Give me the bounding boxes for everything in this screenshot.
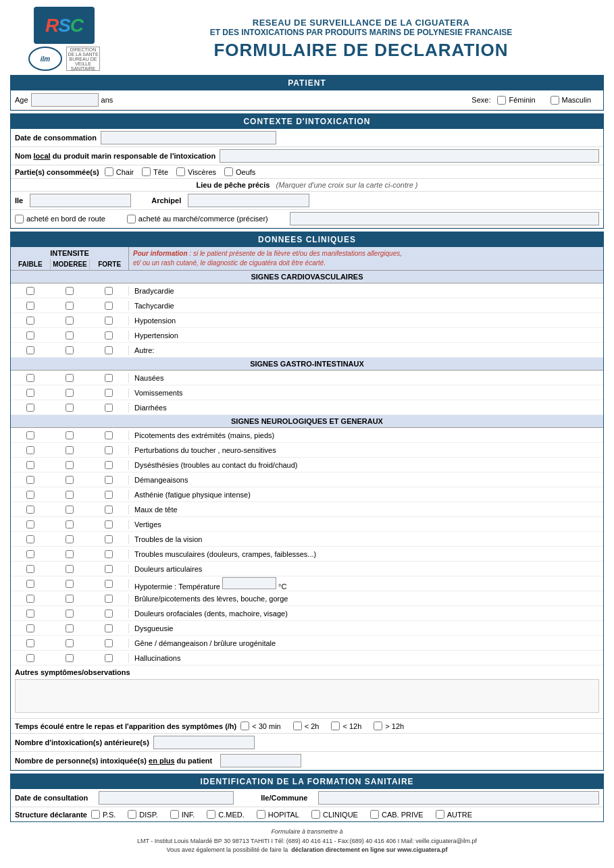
troubles-musc-forte[interactable] (105, 550, 113, 558)
vomissements-moderee[interactable] (66, 389, 74, 397)
hypotension-forte[interactable] (105, 317, 113, 325)
dysgueusie-moderee[interactable] (66, 624, 74, 632)
tete-checkbox[interactable] (142, 167, 151, 176)
age-input[interactable] (31, 93, 99, 107)
nb-personnes-input[interactable] (220, 754, 301, 767)
date-consultation-input[interactable] (99, 791, 234, 805)
maux-tete-forte[interactable] (105, 506, 113, 514)
vomissements-forte[interactable] (105, 389, 113, 397)
bradycardie-faible[interactable] (26, 287, 34, 295)
hypotension-faible[interactable] (26, 317, 34, 325)
oeufs-checkbox[interactable] (224, 167, 233, 176)
perturbations-moderee[interactable] (66, 446, 74, 454)
douleurs-oro-forte[interactable] (105, 609, 113, 618)
hypotension-moderee[interactable] (66, 317, 74, 325)
demangeaisons-moderee[interactable] (66, 476, 74, 484)
troubles-vision-forte[interactable] (105, 535, 113, 543)
hallucinations-forte[interactable] (105, 654, 113, 662)
troubles-musc-faible[interactable] (26, 550, 34, 558)
nausees-faible[interactable] (26, 374, 34, 382)
achat-marche-checkbox[interactable] (127, 215, 136, 223)
hopital-checkbox[interactable] (257, 810, 265, 819)
hallucinations-moderee[interactable] (66, 654, 74, 662)
asthenie-moderee[interactable] (66, 491, 74, 499)
cab-prive-checkbox[interactable] (370, 810, 379, 819)
maux-tete-moderee[interactable] (66, 506, 74, 514)
achat-route-checkbox[interactable] (15, 215, 24, 223)
brulure-levres-faible[interactable] (26, 595, 34, 603)
tachycardie-faible[interactable] (26, 302, 34, 310)
disp-checkbox[interactable] (128, 810, 136, 819)
autres-obs-input[interactable] (15, 679, 599, 713)
hypotermie-forte[interactable] (105, 580, 113, 588)
douleurs-oro-faible[interactable] (26, 609, 34, 618)
nb-intox-input[interactable] (153, 736, 255, 749)
hypertension-moderee[interactable] (66, 331, 74, 340)
nausees-moderee[interactable] (66, 374, 74, 382)
archipel-input[interactable] (188, 194, 309, 207)
masculin-checkbox[interactable] (551, 96, 559, 105)
temps-30min-checkbox[interactable] (240, 722, 249, 730)
autre-cardio-faible[interactable] (26, 346, 34, 354)
clinique-checkbox[interactable] (311, 810, 320, 819)
cmed-checkbox[interactable] (207, 810, 215, 819)
troubles-musc-moderee[interactable] (66, 550, 74, 558)
douleurs-art-forte[interactable] (105, 565, 113, 573)
vertiges-faible[interactable] (26, 520, 34, 528)
hypertension-forte[interactable] (105, 331, 113, 340)
visceres-checkbox[interactable] (176, 167, 185, 176)
tachycardie-forte[interactable] (105, 302, 113, 310)
tachycardie-moderee[interactable] (66, 302, 74, 310)
inf-checkbox[interactable] (170, 810, 179, 819)
picotements-forte[interactable] (105, 431, 113, 439)
hypotermie-faible[interactable] (26, 580, 34, 588)
demangeaisons-faible[interactable] (26, 476, 34, 484)
autre-cardio-moderee[interactable] (66, 346, 74, 354)
dysesthesies-moderee[interactable] (66, 461, 74, 469)
vomissements-faible[interactable] (26, 389, 34, 397)
bradycardie-forte[interactable] (105, 287, 113, 295)
troubles-vision-moderee[interactable] (66, 535, 74, 543)
demangeaisons-forte[interactable] (105, 476, 113, 484)
asthenie-faible[interactable] (26, 491, 34, 499)
autre-cardio-forte[interactable] (105, 346, 113, 354)
temps-plus12h-checkbox[interactable] (374, 722, 382, 730)
vertiges-forte[interactable] (105, 520, 113, 528)
diarrhees-moderee[interactable] (66, 404, 74, 412)
gene-uro-moderee[interactable] (66, 639, 74, 647)
diarrhees-forte[interactable] (105, 404, 113, 412)
gene-uro-faible[interactable] (26, 639, 34, 647)
nom-local-input[interactable] (220, 149, 599, 163)
brulure-levres-forte[interactable] (105, 595, 113, 603)
diarrhees-faible[interactable] (26, 404, 34, 412)
feminin-checkbox[interactable] (497, 96, 506, 105)
douleurs-art-moderee[interactable] (66, 565, 74, 573)
nausees-forte[interactable] (105, 374, 113, 382)
date-input[interactable] (101, 131, 276, 144)
achat-marche-input[interactable] (290, 212, 599, 225)
perturbations-forte[interactable] (105, 446, 113, 454)
gene-uro-forte[interactable] (105, 639, 113, 647)
chair-checkbox[interactable] (105, 167, 113, 176)
picotements-faible[interactable] (26, 431, 34, 439)
douleurs-oro-moderee[interactable] (66, 609, 74, 618)
dysesthesies-forte[interactable] (105, 461, 113, 469)
dysgueusie-forte[interactable] (105, 624, 113, 632)
vertiges-moderee[interactable] (66, 520, 74, 528)
ile-input[interactable] (30, 194, 131, 207)
picotements-moderee[interactable] (66, 431, 74, 439)
maux-tete-faible[interactable] (26, 506, 34, 514)
douleurs-art-faible[interactable] (26, 565, 34, 573)
temps-2h-checkbox[interactable] (293, 722, 302, 730)
ps-checkbox[interactable] (91, 810, 100, 819)
temperature-input[interactable] (222, 577, 276, 589)
hypotermie-moderee[interactable] (66, 580, 74, 588)
perturbations-faible[interactable] (26, 446, 34, 454)
ile-commune-input[interactable] (318, 791, 599, 805)
asthenie-forte[interactable] (105, 491, 113, 499)
brulure-levres-moderee[interactable] (66, 595, 74, 603)
hypertension-faible[interactable] (26, 331, 34, 340)
hallucinations-faible[interactable] (26, 654, 34, 662)
autre-checkbox[interactable] (436, 810, 444, 819)
troubles-vision-faible[interactable] (26, 535, 34, 543)
